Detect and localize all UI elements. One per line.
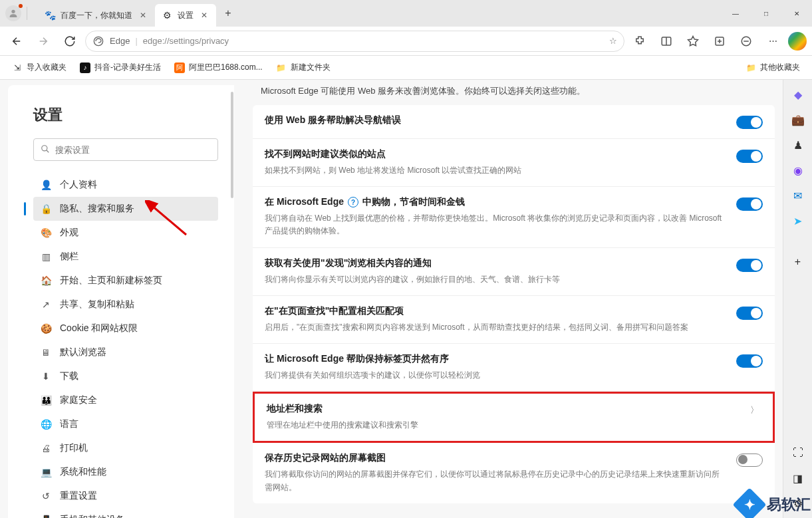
setting-row-5: 让 Microsoft Edge 帮助保持标签页井然有序我们将提供有关如何组织选…: [253, 344, 775, 392]
nav-item-9[interactable]: 👪家庭安全: [33, 388, 218, 412]
nav-item-7[interactable]: 🖥默认浏览器: [33, 340, 218, 364]
search-input[interactable]: [55, 145, 211, 155]
sb-office-icon[interactable]: ◉: [789, 161, 807, 180]
nav-item-8[interactable]: ⬇下载: [33, 364, 218, 388]
bookmark-label: 新建文件夹: [291, 62, 331, 73]
settings-main: Microsoft Edge 可能使用 Web 服务来改善浏览体验。你始终可以选…: [234, 80, 783, 518]
setting-row-3: 获取有关使用"发现"浏览相关内容的通知我们将向你显示有关可以浏览内容的建议，例如…: [253, 248, 775, 296]
toggle[interactable]: [736, 116, 763, 129]
settings-title: 设置: [33, 105, 218, 125]
nav-icon: 📱: [40, 514, 52, 518]
gear-icon: ⚙: [162, 10, 172, 21]
nav-icon: 🏠: [40, 275, 52, 287]
split-button[interactable]: [655, 30, 678, 53]
nav-label: 外观: [60, 227, 78, 239]
svg-point-1: [94, 37, 102, 45]
setting-title: 在"在页面查找"中配置相关匹配项: [265, 305, 726, 317]
help-icon[interactable]: ?: [348, 197, 358, 207]
bookmark-folder[interactable]: 📁 新建文件夹: [271, 59, 336, 76]
nav-item-3[interactable]: ▥侧栏: [33, 245, 218, 269]
minimize-button[interactable]: —: [720, 0, 751, 27]
sb-outlook-icon[interactable]: ✉: [789, 186, 807, 205]
nav-icon: ↺: [40, 490, 52, 502]
close-window-button[interactable]: ✕: [781, 0, 812, 27]
addressbar[interactable]: Edge|edge://settings/privacy ☆: [85, 31, 624, 52]
nav-item-1[interactable]: 🔒隐私、搜索和服务: [33, 197, 218, 221]
more-button[interactable]: ⋯: [761, 30, 784, 53]
watermark-text: 易软汇: [767, 495, 811, 515]
toggle[interactable]: [736, 197, 763, 211]
nav-label: 语言: [60, 418, 78, 430]
nav-icon: 🎨: [40, 227, 52, 239]
setting-desc: 如果找不到网站，则 Web 地址将发送给 Microsoft 以尝试查找正确的网…: [265, 164, 726, 177]
back-button[interactable]: [5, 30, 28, 53]
close-icon[interactable]: ✕: [199, 10, 209, 21]
nav-icon: 🔒: [40, 203, 52, 215]
nav-label: 侧栏: [60, 251, 78, 263]
toggle[interactable]: [736, 150, 763, 163]
forward-button[interactable]: [32, 30, 55, 53]
sb-add-icon[interactable]: +: [789, 253, 807, 271]
nav-item-6[interactable]: 🍪Cookie 和网站权限: [33, 317, 218, 340]
sb-copilot-icon[interactable]: ◆: [789, 85, 807, 104]
nav-icon: 👪: [40, 394, 52, 406]
baidu-favicon: 🐾: [45, 10, 55, 21]
nav-item-11[interactable]: 🖨打印机: [33, 436, 218, 460]
toggle[interactable]: [736, 453, 763, 467]
refresh-button[interactable]: [59, 30, 81, 53]
nav-item-10[interactable]: 🌐语言: [33, 412, 218, 436]
other-label: 其他收藏夹: [760, 62, 800, 73]
setting-title: 使用 Web 服务帮助解决导航错误: [265, 114, 726, 126]
toggle[interactable]: [736, 354, 763, 368]
star-icon[interactable]: ☆: [609, 36, 617, 46]
sb-screenshot-icon[interactable]: ⛶: [789, 444, 807, 462]
nav-icon: 💻: [40, 466, 52, 478]
setting-row-6[interactable]: 地址栏和搜索管理在地址栏中使用的搜索建议和搜索引擎〉: [253, 392, 775, 443]
edge-icon: [92, 35, 104, 47]
maximize-button[interactable]: □: [751, 0, 781, 27]
sb-send-icon[interactable]: ➤: [789, 211, 807, 230]
vertical-sidebar: ◆ 💼 ♟ ◉ ✉ ➤ + ⛶ ◨ ⚙: [783, 80, 812, 518]
chevron-right-icon: 〉: [747, 404, 761, 416]
close-icon[interactable]: ✕: [138, 10, 148, 21]
copilot-button[interactable]: [788, 32, 807, 51]
bookmark-1688[interactable]: 阿 阿里巴巴1688.com...: [169, 59, 268, 76]
nav-icon: ⬇: [40, 370, 52, 382]
sb-chess-icon[interactable]: ♟: [789, 136, 807, 154]
sb-tools-icon[interactable]: 💼: [789, 110, 807, 129]
toggle[interactable]: [736, 307, 763, 320]
nav-item-0[interactable]: 👤个人资料: [33, 173, 218, 197]
nav-item-2[interactable]: 🎨外观: [33, 221, 218, 245]
tab-baidu[interactable]: 🐾 百度一下，你就知道 ✕: [38, 4, 155, 27]
bookmark-label: 阿里巴巴1688.com...: [189, 62, 263, 73]
tabs: 🐾 百度一下，你就知道 ✕ ⚙ 设置 ✕ +: [33, 0, 720, 27]
import-favorites[interactable]: ⇲ 导入收藏夹: [7, 59, 72, 76]
favorites-button[interactable]: [682, 30, 704, 53]
sb-hide-icon[interactable]: ◨: [789, 469, 807, 487]
svg-point-0: [11, 10, 15, 13]
ie-mode-button[interactable]: [735, 30, 757, 53]
collections-button[interactable]: [708, 30, 731, 53]
nav-label: 下载: [60, 370, 78, 382]
setting-desc: 我们将向你显示有关可以浏览内容的建议，例如旅行目的地、天气、食谱、旅行卡等: [265, 273, 726, 286]
extensions-button[interactable]: [628, 30, 651, 53]
nav-item-13[interactable]: ↺重置设置: [33, 484, 218, 508]
nav-icon: 🖥: [40, 346, 52, 358]
divider: [27, 7, 27, 20]
bookmark-douyin[interactable]: ♪ 抖音-记录美好生活: [74, 59, 166, 76]
nav-icon: 🌐: [40, 418, 52, 430]
nav-item-12[interactable]: 💻系统和性能: [33, 460, 218, 484]
new-tab-button[interactable]: +: [219, 4, 237, 23]
nav-item-14[interactable]: 📱手机和其他设备: [33, 508, 218, 518]
toggle[interactable]: [736, 259, 763, 272]
tab-settings[interactable]: ⚙ 设置 ✕: [155, 4, 216, 27]
scrollbar-thumb[interactable]: [231, 92, 233, 198]
bookmarks-bar: ⇲ 导入收藏夹 ♪ 抖音-记录美好生活 阿 阿里巴巴1688.com... 📁 …: [0, 56, 812, 80]
profile-avatar[interactable]: [5, 5, 21, 21]
other-favorites[interactable]: 📁 其他收藏夹: [740, 59, 805, 76]
nav-item-5[interactable]: ↗共享、复制和粘贴: [33, 293, 218, 317]
nav-icon: 👤: [40, 179, 52, 191]
setting-title: 找不到网站时建议类似的站点: [265, 148, 726, 160]
search-settings[interactable]: [33, 138, 218, 161]
nav-item-4[interactable]: 🏠开始、主页和新建标签页: [33, 269, 218, 293]
